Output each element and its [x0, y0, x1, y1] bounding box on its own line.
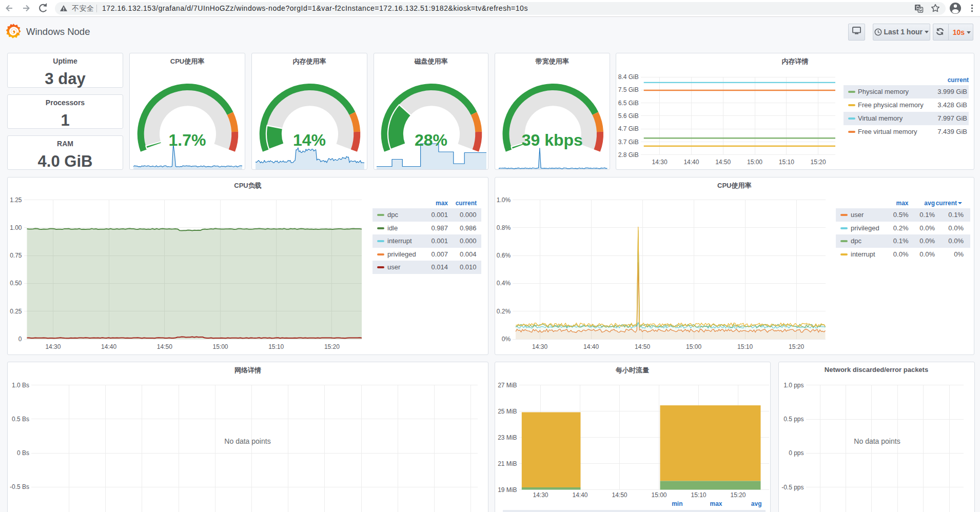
svg-text:15:10: 15:10 — [691, 491, 706, 499]
svg-text:0.8%: 0.8% — [496, 224, 511, 231]
svg-text:8.4 GiB: 8.4 GiB — [618, 73, 639, 81]
svg-text:15:00: 15:00 — [747, 158, 762, 165]
svg-text:No data points: No data points — [224, 437, 270, 445]
svg-text:0 Bs: 0 Bs — [17, 449, 29, 457]
svg-text:0.25: 0.25 — [10, 307, 22, 314]
svg-text:14:50: 14:50 — [612, 491, 627, 499]
svg-text:0.5 pps: 0.5 pps — [783, 416, 803, 423]
svg-text:1.25: 1.25 — [10, 196, 22, 203]
svg-text:19 MiB: 19 MiB — [498, 486, 517, 493]
svg-text:15:00: 15:00 — [212, 343, 228, 350]
svg-text:1.0%: 1.0% — [496, 196, 511, 203]
svg-text:不安全: 不安全 — [72, 4, 94, 12]
svg-text:14:50: 14:50 — [157, 343, 172, 350]
svg-text:5.6 GiB: 5.6 GiB — [618, 112, 639, 119]
svg-text:0 pps: 0 pps — [789, 449, 803, 457]
svg-text:172.16.132.153/grafana/d/7UInH: 172.16.132.153/grafana/d/7UInHoGZz/windo… — [102, 4, 528, 12]
svg-text:15:00: 15:00 — [686, 343, 701, 350]
svg-text:-0.5 Bs: -0.5 Bs — [10, 483, 29, 490]
svg-text:14:50: 14:50 — [635, 343, 650, 350]
svg-text:15:20: 15:20 — [324, 343, 340, 350]
svg-text:14:30: 14:30 — [652, 158, 668, 165]
svg-text:3.7 GiB: 3.7 GiB — [618, 138, 639, 145]
svg-text:15:10: 15:10 — [737, 343, 753, 350]
svg-text:14:30: 14:30 — [533, 491, 548, 499]
svg-text:15:20: 15:20 — [789, 343, 804, 350]
svg-text:14:40: 14:40 — [583, 343, 599, 350]
svg-text:1.0 pps: 1.0 pps — [783, 381, 803, 388]
svg-text:23 MiB: 23 MiB — [498, 434, 517, 441]
svg-text:0: 0 — [18, 336, 22, 343]
svg-text:14:50: 14:50 — [715, 158, 731, 165]
svg-text:0.4%: 0.4% — [496, 280, 511, 287]
svg-text:15:10: 15:10 — [779, 158, 794, 165]
svg-text:0%: 0% — [501, 336, 511, 343]
svg-text:15:20: 15:20 — [730, 491, 746, 499]
svg-text:15:00: 15:00 — [651, 491, 667, 499]
svg-text:14:40: 14:40 — [683, 158, 699, 165]
svg-text:0.75: 0.75 — [10, 252, 22, 259]
svg-text:0.50: 0.50 — [10, 280, 22, 287]
svg-text:14:40: 14:40 — [572, 491, 587, 499]
svg-text:7.5 GiB: 7.5 GiB — [618, 86, 639, 93]
svg-text:27 MiB: 27 MiB — [498, 381, 517, 388]
svg-text:4.7 GiB: 4.7 GiB — [618, 125, 639, 132]
svg-text:14:30: 14:30 — [532, 343, 547, 350]
svg-text:1.0 Bs: 1.0 Bs — [12, 381, 29, 388]
svg-text:1.00: 1.00 — [10, 224, 22, 231]
svg-text:2.8 GiB: 2.8 GiB — [618, 151, 639, 158]
svg-text:15:20: 15:20 — [811, 158, 826, 165]
svg-text:0.6%: 0.6% — [496, 252, 511, 259]
svg-text:6.5 GiB: 6.5 GiB — [618, 99, 639, 106]
svg-text:14:30: 14:30 — [45, 343, 61, 350]
svg-text:No data points: No data points — [854, 437, 900, 445]
svg-text:14:40: 14:40 — [101, 343, 116, 350]
svg-text:25 MiB: 25 MiB — [498, 407, 517, 415]
svg-text:21 MiB: 21 MiB — [498, 460, 517, 467]
svg-text:-0.5 pps: -0.5 pps — [781, 483, 803, 490]
svg-text:15:10: 15:10 — [268, 343, 284, 350]
svg-text:0.2%: 0.2% — [496, 307, 511, 314]
svg-text:0.5 Bs: 0.5 Bs — [12, 415, 29, 422]
